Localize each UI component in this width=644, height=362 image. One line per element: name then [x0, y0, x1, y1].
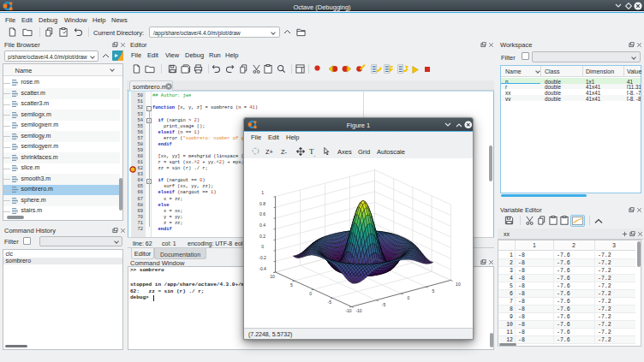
- svg-text:-5: -5: [328, 300, 332, 305]
- svg-text:0.8: 0.8: [259, 201, 265, 206]
- svg-text:0: 0: [261, 244, 264, 249]
- svg-text:-10: -10: [345, 308, 351, 313]
- svg-text:-5: -5: [382, 302, 386, 307]
- svg-text:10: 10: [270, 274, 275, 279]
- svg-text:-0.4: -0.4: [259, 266, 266, 271]
- svg-text:5: 5: [432, 288, 435, 294]
- svg-text:-0.2: -0.2: [259, 255, 266, 260]
- svg-text:1: 1: [261, 190, 264, 195]
- svg-text:0.6: 0.6: [259, 211, 265, 217]
- svg-text:0: 0: [408, 295, 410, 300]
- svg-text:5: 5: [290, 282, 293, 288]
- svg-text:10: 10: [456, 282, 461, 287]
- svg-text:0: 0: [309, 291, 312, 296]
- svg-text:0.4: 0.4: [259, 223, 265, 228]
- svg-text:-10: -10: [355, 308, 361, 313]
- svg-text:0.2: 0.2: [259, 234, 265, 239]
